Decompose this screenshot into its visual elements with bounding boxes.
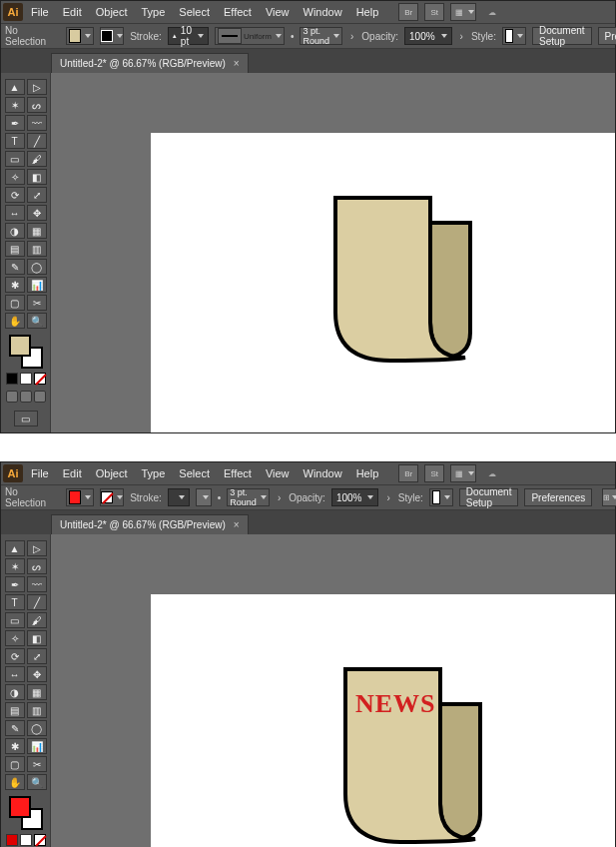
scale-tool[interactable]: ⤢ xyxy=(27,648,47,664)
arrange-documents-menu[interactable]: ▦ xyxy=(450,3,476,21)
column-graph-tool[interactable]: 📊 xyxy=(27,738,47,754)
variable-width-profile-menu[interactable]: Uniform xyxy=(215,27,285,45)
menu-view[interactable]: View xyxy=(260,462,296,484)
magic-wand-tool[interactable]: ✶ xyxy=(5,97,25,113)
artboard-tool[interactable]: ▢ xyxy=(5,295,25,311)
blend-tool[interactable]: ◯ xyxy=(27,720,47,736)
draw-behind-icon[interactable] xyxy=(20,391,32,403)
rotate-tool[interactable]: ⟳ xyxy=(5,648,25,664)
hand-tool[interactable]: ✋ xyxy=(5,774,25,790)
slice-tool[interactable]: ✂ xyxy=(27,756,47,772)
gradient-tool[interactable]: ▥ xyxy=(27,241,47,257)
draw-normal-icon[interactable] xyxy=(6,391,18,403)
bridge-icon[interactable]: Br xyxy=(398,3,418,21)
slice-tool[interactable]: ✂ xyxy=(27,295,47,311)
menu-effect[interactable]: Effect xyxy=(218,462,258,484)
magic-wand-tool[interactable]: ✶ xyxy=(5,558,25,574)
color-mode-color-icon[interactable] xyxy=(6,834,18,846)
preferences-button[interactable]: Preferences xyxy=(598,27,616,45)
viewport[interactable] xyxy=(51,73,615,432)
rectangle-tool[interactable]: ▭ xyxy=(5,151,25,167)
paintbrush-tool[interactable]: 🖌 xyxy=(27,151,47,167)
free-transform-tool[interactable]: ✥ xyxy=(27,666,47,682)
menu-file[interactable]: File xyxy=(25,462,55,484)
stroke-swatch-menu[interactable] xyxy=(100,27,124,45)
type-tool[interactable]: T xyxy=(5,133,25,149)
variable-width-profile-menu[interactable] xyxy=(196,488,212,506)
menu-help[interactable]: Help xyxy=(350,1,385,23)
menu-file[interactable]: File xyxy=(25,1,55,23)
shaper-tool[interactable]: ✧ xyxy=(5,169,25,185)
brush-definition-menu[interactable]: 3 pt. Round xyxy=(227,488,270,506)
gpu-icon[interactable]: ☁ xyxy=(482,464,502,482)
artboard-tool[interactable]: ▢ xyxy=(5,756,25,772)
color-mode-none-icon[interactable] xyxy=(34,373,46,385)
more-opacity-icon[interactable]: › xyxy=(384,492,391,503)
menu-type[interactable]: Type xyxy=(136,462,172,484)
opacity-input[interactable]: 100% xyxy=(404,27,452,45)
color-mode-gradient-icon[interactable] xyxy=(20,373,32,385)
stroke-weight-input[interactable] xyxy=(168,488,190,506)
scale-tool[interactable]: ⤢ xyxy=(27,187,47,203)
arrange-documents-menu[interactable]: ▦ xyxy=(450,464,476,482)
menu-type[interactable]: Type xyxy=(136,1,172,23)
menu-help[interactable]: Help xyxy=(350,462,385,484)
align-menu-icon[interactable]: ⊞ xyxy=(602,488,616,506)
width-tool[interactable]: ↔ xyxy=(5,666,25,682)
menu-window[interactable]: Window xyxy=(298,1,348,23)
direct-selection-tool[interactable]: ▷ xyxy=(27,79,47,95)
pen-tool[interactable]: ✒ xyxy=(5,115,25,131)
pen-tool[interactable]: ✒ xyxy=(5,576,25,592)
zoom-tool[interactable]: 🔍 xyxy=(27,313,47,329)
menu-edit[interactable]: Edit xyxy=(57,1,88,23)
menu-select[interactable]: Select xyxy=(173,462,216,484)
document-setup-button[interactable]: Document Setup xyxy=(532,27,592,45)
fill-swatch-menu[interactable] xyxy=(66,27,94,45)
document-tab[interactable]: Untitled-2* @ 66.67% (RGB/Preview) × xyxy=(51,514,249,534)
menu-select[interactable]: Select xyxy=(173,1,216,23)
more-brush-icon[interactable]: › xyxy=(348,31,355,42)
more-brush-icon[interactable]: › xyxy=(276,492,283,503)
gradient-tool[interactable]: ▥ xyxy=(27,702,47,718)
rotate-tool[interactable]: ⟳ xyxy=(5,187,25,203)
bridge-icon[interactable]: Br xyxy=(398,464,418,482)
menu-object[interactable]: Object xyxy=(90,1,134,23)
menu-object[interactable]: Object xyxy=(90,462,134,484)
color-mode-none-icon[interactable] xyxy=(34,834,46,846)
selection-tool[interactable]: ▲ xyxy=(5,540,25,556)
menu-edit[interactable]: Edit xyxy=(57,462,88,484)
eraser-tool[interactable]: ◧ xyxy=(27,169,47,185)
direct-selection-tool[interactable]: ▷ xyxy=(27,540,47,556)
close-tab-icon[interactable]: × xyxy=(234,519,240,530)
lasso-tool[interactable]: ᔕ xyxy=(27,97,47,113)
shape-builder-tool[interactable]: ◑ xyxy=(5,223,25,239)
fill-swatch-menu[interactable] xyxy=(66,488,94,506)
mesh-tool[interactable]: ▤ xyxy=(5,241,25,257)
gpu-icon[interactable]: ☁ xyxy=(482,3,502,21)
close-tab-icon[interactable]: × xyxy=(234,58,240,69)
selection-tool[interactable]: ▲ xyxy=(5,79,25,95)
eyedropper-tool[interactable]: ✎ xyxy=(5,720,25,736)
shaper-tool[interactable]: ✧ xyxy=(5,630,25,646)
rectangle-tool[interactable]: ▭ xyxy=(5,612,25,628)
menu-window[interactable]: Window xyxy=(298,462,348,484)
graphic-style-menu[interactable] xyxy=(502,27,526,45)
perspective-tool[interactable]: ▦ xyxy=(27,223,47,239)
mesh-tool[interactable]: ▤ xyxy=(5,702,25,718)
symbol-sprayer-tool[interactable]: ✱ xyxy=(5,738,25,754)
free-transform-tool[interactable]: ✥ xyxy=(27,205,47,221)
eraser-tool[interactable]: ◧ xyxy=(27,630,47,646)
line-tool[interactable]: ╱ xyxy=(27,133,47,149)
perspective-tool[interactable]: ▦ xyxy=(27,684,47,700)
type-tool[interactable]: T xyxy=(5,594,25,610)
lasso-tool[interactable]: ᔕ xyxy=(27,558,47,574)
draw-inside-icon[interactable] xyxy=(34,391,46,403)
shape-builder-tool[interactable]: ◑ xyxy=(5,684,25,700)
column-graph-tool[interactable]: 📊 xyxy=(27,277,47,293)
stroke-weight-input[interactable]: ▴ 10 pt xyxy=(168,27,209,45)
curvature-tool[interactable]: 〰 xyxy=(27,115,47,131)
symbol-sprayer-tool[interactable]: ✱ xyxy=(5,277,25,293)
hand-tool[interactable]: ✋ xyxy=(5,313,25,329)
color-mode-color-icon[interactable] xyxy=(6,373,18,385)
line-tool[interactable]: ╱ xyxy=(27,594,47,610)
